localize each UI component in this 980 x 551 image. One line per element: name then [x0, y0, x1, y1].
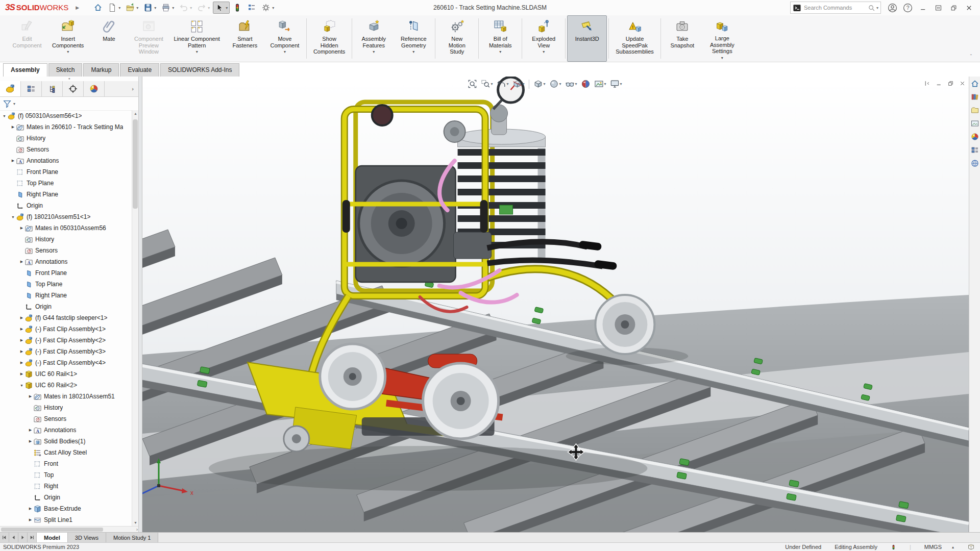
tree-item[interactable]: ▶Annotations: [0, 256, 132, 267]
units-selector[interactable]: MMGS▴: [924, 544, 954, 550]
viewport-close-button[interactable]: [959, 79, 966, 88]
tree-item[interactable]: Sensors: [0, 413, 132, 424]
configurationmanager-tab[interactable]: [42, 81, 63, 96]
tree-item[interactable]: Sensors: [0, 245, 132, 256]
settings-button[interactable]: ▾: [259, 2, 276, 14]
new-motion-study-button[interactable]: NewMotionStudy: [437, 15, 477, 62]
tree-item[interactable]: ▶(-) Fast Clip Assembly<2>: [0, 335, 132, 346]
insert-components-button[interactable]: InsertComponents▾: [47, 15, 89, 62]
assembly-features-button[interactable]: AssemblyFeatures▾: [354, 15, 394, 62]
design-library-tab[interactable]: [971, 92, 979, 101]
next-tab-button[interactable]: [18, 533, 28, 542]
tree-item[interactable]: ▶Split Line1: [0, 514, 132, 525]
tree-item[interactable]: Top Plane: [0, 279, 132, 290]
tree-item[interactable]: ▶Mates in 050310Assem56: [0, 222, 132, 234]
update-speedpak-button[interactable]: UpdateSpeedPakSubassemblies: [610, 15, 659, 62]
tree-item[interactable]: ▶Mates in 180210Assem51: [0, 391, 132, 402]
search-input[interactable]: Search Commands: [804, 5, 868, 11]
select-button[interactable]: ▾: [213, 2, 230, 14]
tree-item[interactable]: Top: [0, 469, 132, 481]
previous-view-button[interactable]: ▾: [495, 78, 509, 90]
tree-vertical-scrollb[interactable]: ▲ ▼: [132, 110, 138, 526]
zoom-to-fit-button[interactable]: [466, 78, 478, 90]
tree-expander-icon[interactable]: ▶: [27, 439, 34, 443]
view-orientation-button[interactable]: ▾: [532, 78, 546, 90]
tab-assembly[interactable]: Assembly: [3, 63, 47, 77]
take-snapshot-button[interactable]: TakeSnapshot: [663, 15, 702, 62]
instant3d-button[interactable]: Instant3D: [567, 15, 607, 62]
tree-item[interactable]: History: [0, 402, 132, 413]
search-commands-box[interactable]: Search Commands ▾: [790, 2, 881, 14]
tab-solidworks-add-ins[interactable]: SOLIDWORKS Add-Ins: [160, 63, 239, 77]
tree-expander-icon[interactable]: ▶: [18, 349, 25, 354]
hide-show-items-button[interactable]: ▾: [564, 78, 578, 90]
panel-splitter-handle[interactable]: ●: [0, 77, 138, 81]
tab-markup[interactable]: Markup: [83, 63, 119, 77]
display-style-button[interactable]: ▾: [548, 78, 562, 90]
tree-item[interactable]: Right: [0, 481, 132, 492]
tree-item[interactable]: ▶Solid Bodies(1): [0, 436, 132, 447]
smart-fasteners-button[interactable]: SmartFasteners: [225, 15, 265, 62]
tree-item[interactable]: Origin: [0, 492, 132, 503]
search-icon[interactable]: [868, 4, 875, 12]
help-button[interactable]: [901, 2, 914, 14]
undo-button[interactable]: ▾: [177, 2, 194, 14]
filter-dropdown-icon[interactable]: ▾: [13, 102, 15, 106]
tree-expander-icon[interactable]: ▶: [27, 428, 34, 432]
rebuild-button[interactable]: [231, 2, 244, 14]
tree-item[interactable]: Right Plane: [0, 189, 132, 200]
tree-expander-icon[interactable]: ▶: [27, 518, 34, 522]
view-palette-tab[interactable]: [971, 118, 979, 128]
scroll-down-icon[interactable]: ▼: [132, 519, 139, 526]
exploded-view-button[interactable]: ExplodedView▾: [524, 15, 564, 62]
tree-expander-icon[interactable]: ▼: [10, 215, 16, 219]
large-assembly-settings-button[interactable]: LargeAssemblySettings▾: [702, 15, 742, 62]
doc-tab-3d-views[interactable]: 3D Views: [68, 533, 106, 542]
tree-item[interactable]: ▶Base-Extrude: [0, 503, 132, 514]
tree-item[interactable]: Front Plane: [0, 267, 132, 279]
tree-item[interactable]: Cast Alloy Steel: [0, 447, 132, 458]
custom-properties-tab[interactable]: [971, 145, 979, 154]
scroll-up-icon[interactable]: ▲: [132, 110, 139, 117]
print-button[interactable]: ▾: [159, 2, 176, 14]
edit-appearance-button[interactable]: [580, 78, 592, 90]
graphics-viewport[interactable]: x z ▾▾▾▾▾▾▾▾: [142, 77, 969, 532]
last-tab-button[interactable]: [28, 533, 37, 542]
zoom-to-area-button[interactable]: ▾: [479, 78, 494, 90]
mate-button[interactable]: Mate: [89, 15, 129, 62]
new-document-button[interactable]: ▾: [106, 2, 122, 14]
tree-item[interactable]: ▶UIC 60 Rail<1>: [0, 368, 132, 380]
tree-expander-icon[interactable]: ▶: [10, 159, 16, 163]
close-button[interactable]: [963, 2, 975, 14]
menu-expand-icon[interactable]: ▶: [76, 5, 79, 10]
tree-expander-icon[interactable]: ▼: [1, 114, 8, 118]
tree-expander-icon[interactable]: ▶: [18, 372, 25, 376]
tree-expander-icon[interactable]: ▶: [27, 507, 34, 511]
previous-tab-button[interactable]: [9, 533, 18, 542]
tab-sketch[interactable]: Sketch: [48, 63, 83, 77]
show-hidden-components-button[interactable]: ShowHiddenComponents: [308, 15, 350, 62]
tree-item[interactable]: ▶(-) Fast Clip Assembly<4>: [0, 357, 132, 368]
previous-pane-button[interactable]: [924, 79, 930, 88]
tree-horizontal-scrollbar[interactable]: ›: [0, 526, 138, 532]
options-button[interactable]: [245, 2, 258, 14]
apply-scene-button[interactable]: ▾: [593, 78, 607, 90]
tree-item[interactable]: ▶(f) G44 fastclip sleeper<1>: [0, 312, 132, 323]
tree-item[interactable]: History: [0, 234, 132, 245]
file-explorer-tab[interactable]: [971, 105, 979, 114]
search-dropdown-icon[interactable]: ▾: [876, 6, 878, 10]
linear-component-pattern-button[interactable]: Linear ComponentPattern▾: [168, 15, 225, 62]
solidworks-resources-tab[interactable]: [971, 79, 979, 88]
scrollbar-thumb[interactable]: [133, 119, 138, 209]
featuremanager-tree-tab[interactable]: [0, 81, 21, 96]
doc-tab-model[interactable]: Model: [37, 533, 68, 542]
tree-item[interactable]: History: [0, 133, 132, 144]
filter-icon[interactable]: [3, 99, 12, 108]
redo-button[interactable]: ▾: [195, 2, 212, 14]
solidworks-forum-tab[interactable]: [971, 158, 979, 167]
view-settings-button[interactable]: ▾: [609, 78, 623, 90]
viewport-restore-button[interactable]: [947, 79, 954, 88]
doc-tab-motion-study-1[interactable]: Motion Study 1: [106, 533, 158, 542]
restore-button[interactable]: [947, 2, 960, 14]
tree-item[interactable]: Top Plane: [0, 178, 132, 189]
